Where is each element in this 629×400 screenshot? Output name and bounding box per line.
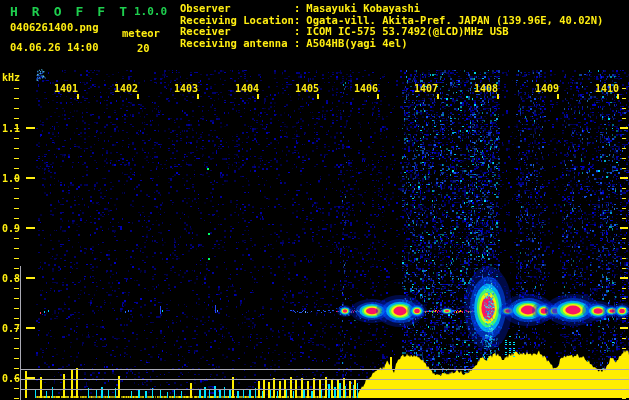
- y-axis-label: 1.1: [2, 123, 20, 134]
- date-time-label: 04.06.26 14:00: [10, 41, 99, 53]
- x-axis-label: 1404: [235, 83, 259, 94]
- x-axis-label: 1403: [174, 83, 198, 94]
- info-value: A504HB(yagi 4el): [306, 37, 407, 49]
- info-colon: :: [294, 38, 300, 50]
- hrofft-spectrogram-screen: HROFFT 1.0.0 0406261400.png meteor 04.06…: [0, 0, 629, 400]
- x-axis-label: 1405: [295, 83, 319, 94]
- echo-count: 20: [137, 42, 150, 54]
- x-axis-label: 1408: [474, 83, 498, 94]
- info-label: Receiving antenna: [180, 38, 294, 50]
- mode-label: meteor: [122, 27, 160, 39]
- x-axis-label: 1407: [414, 83, 438, 94]
- x-axis-label: 1401: [54, 83, 78, 94]
- info-row: Receiving antenna:A504HB(yagi 4el): [180, 38, 603, 50]
- info-label: Observer: [180, 3, 294, 15]
- info-value: Masayuki Kobayashi: [306, 2, 420, 14]
- info-row: Observer:Masayuki Kobayashi: [180, 3, 603, 15]
- info-colon: :: [294, 3, 300, 15]
- y-axis-label: 0.8: [2, 273, 20, 284]
- y-axis-label: 0.7: [2, 323, 20, 334]
- x-axis-label: 1402: [114, 83, 138, 94]
- receiver-info-block: Observer:Masayuki KobayashiReceiving Loc…: [180, 3, 603, 49]
- y-axis-unit-label: kHz: [2, 72, 20, 83]
- x-axis-label: 1410: [595, 83, 619, 94]
- output-filename: 0406261400.png: [10, 21, 99, 33]
- y-axis-label: 1.0: [2, 173, 20, 184]
- app-title: HROFFT: [10, 4, 141, 19]
- x-axis-label: 1409: [535, 83, 559, 94]
- y-axis-label: 0.6: [2, 373, 20, 384]
- spectrogram-canvas: [0, 0, 629, 400]
- info-value: Ogata-vill. Akita-Pref. JAPAN (139.96E, …: [306, 14, 603, 26]
- y-axis-label: 0.9: [2, 223, 20, 234]
- x-axis-label: 1406: [354, 83, 378, 94]
- info-value: ICOM IC-575 53.7492(@LCD)MHz USB: [306, 25, 508, 37]
- app-version: 1.0.0: [134, 5, 167, 18]
